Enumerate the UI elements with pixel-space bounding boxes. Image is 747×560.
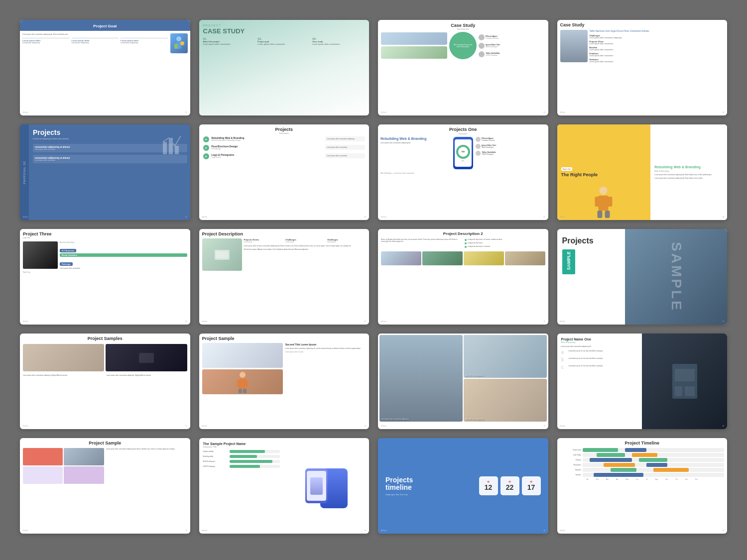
footer-page: 14	[365, 425, 366, 427]
desc-right: Lorem ipsum dolor consectetur adipiscing…	[107, 374, 187, 376]
footer-brand: WeTech	[381, 321, 386, 323]
slide-project-description[interactable]: Project Description Projects ClientsLore…	[199, 229, 370, 325]
footer-page: 04	[723, 112, 724, 113]
slide-project-sample-colorful[interactable]: Project Sample Lorem ipsum dolor consect…	[20, 438, 190, 534]
svg-rect-9	[595, 197, 600, 207]
month-jul: Jul	[646, 478, 648, 480]
svg-rect-22	[675, 369, 695, 381]
footer-brand: WeTech	[381, 425, 386, 427]
item-right: Lorem ipsum dolor consectetur adipiscing	[325, 136, 365, 141]
slide-project-samples[interactable]: Project Samples Lorem ipsum dolor consec…	[20, 334, 190, 429]
slide-title: Project Samples	[20, 334, 190, 342]
row-label-2: Case Study	[560, 454, 581, 456]
footer-brand: WeTech	[23, 112, 28, 113]
abc-c-text: consectetur ipsum for dur ante Jant Nam …	[569, 365, 638, 367]
slide-projects-blue[interactable]: PROPOSAL OF Projects Content are adipisc…	[20, 124, 190, 220]
slide-case-study-photos[interactable]: Case Study Title & Sub-Title We Creating…	[378, 20, 548, 115]
footer-page: 01	[185, 112, 187, 113]
slide-title: Projects One	[378, 124, 548, 133]
slide-project-goal[interactable]: Project Goal Lorem ipsum dolor consectet…	[20, 20, 190, 115]
svg-rect-17	[237, 380, 241, 387]
bar-6a	[594, 473, 643, 477]
person-image	[202, 369, 283, 394]
extra-text: Lorem ipsum dolor sit amet	[285, 351, 366, 353]
month-feb: Feb	[596, 478, 599, 480]
slide-sub: Web & Branding	[561, 341, 638, 343]
row-label-4: Description	[560, 464, 581, 466]
slide-case-study-building[interactable]: Case Study Tafko Naciones Sunt AugusTucc…	[557, 20, 728, 115]
slide-project-three[interactable]: Project Three Little Title Business Bran…	[20, 229, 190, 325]
slide-photo-grid[interactable]: Lorem ipsum dolor consectetur adipiscing…	[378, 334, 548, 429]
left-text: Illumor sit Nispali nulla facilisi vel a…	[381, 238, 462, 248]
badge-3: Redesign	[60, 262, 73, 266]
slide-desc: Lorem ipsum dolor consectetur adipiscing…	[22, 33, 168, 35]
calendar-2: 📅 22	[500, 476, 519, 495]
footer-page: 15	[543, 425, 545, 427]
footer-page: 18	[365, 530, 366, 532]
section-desc: Lorem ipsum dolor consectetur adipiscing…	[654, 174, 723, 176]
footer-page: 17	[185, 530, 187, 532]
slide-projects-sample[interactable]: SAMPLE Projects SAMPLE WeTech 12	[557, 229, 728, 325]
section-sub: Web & Branding	[654, 170, 723, 172]
slides-grid: Project Goal Lorem ipsum dolor consectet…	[20, 20, 727, 534]
footer-page: 09	[185, 321, 187, 323]
color-photo-4	[64, 466, 104, 484]
footer-brand: WeTech	[23, 425, 28, 427]
slide-quote: Tafko Naciones Sunt AugusTucca Putos Car…	[590, 30, 725, 32]
skill-bar-1	[230, 450, 265, 453]
slide-projects-timeline-calendar[interactable]: Projectstimeline Subproject Title First …	[378, 438, 548, 534]
footer-brand: WeTech	[560, 216, 566, 218]
bar-3b	[639, 458, 667, 462]
slide-project-name-one[interactable]: Project Name One Web & Branding Lorem ip…	[557, 334, 728, 429]
slide-super: PROJECT	[203, 24, 366, 27]
headline: The Right People	[561, 172, 647, 178]
month-dec: Dec	[695, 478, 698, 480]
bar-5a	[611, 468, 636, 472]
footer-brand: WeTech	[23, 530, 28, 532]
svg-rect-6	[175, 146, 179, 154]
slide-projects-list[interactable]: Projects Sub-projects ● Rebuilding Web &…	[199, 124, 370, 220]
abc-c: c	[561, 365, 567, 370]
style-tag: Style Tag	[20, 270, 190, 274]
slide-project-description-2[interactable]: Project Description 2 Illumor sit Nispal…	[378, 229, 548, 325]
month-mar: Mar	[606, 478, 609, 480]
abc-a-text: consectetur ipsum for dur ante Jant Nam …	[569, 350, 638, 352]
step-2: 02. Project goal Lorem ipsum dolor conse…	[257, 37, 310, 45]
slide-case-study-green[interactable]: PROJECT CASE STUDY 01. About the project…	[199, 20, 370, 115]
svg-rect-18	[245, 380, 248, 387]
footer-brand: WeTech	[381, 216, 386, 218]
badge-1: ICT Business	[60, 249, 76, 252]
photo-1	[23, 344, 104, 371]
slide-title: Projects	[199, 124, 370, 132]
footer-page: 20	[723, 530, 724, 532]
footer-brand: WeTech	[202, 321, 208, 323]
photo-3: apart Jant Lorem adipiscing	[464, 379, 547, 422]
person-illustration	[593, 186, 615, 218]
footer-brand: WeTech	[23, 216, 28, 218]
month-jun: Jun	[636, 478, 638, 480]
month-apr: Apr	[616, 478, 619, 480]
slide-projects-one-branding[interactable]: Right Job The Right People	[557, 124, 728, 220]
business-label: Business Branding	[60, 241, 187, 243]
slide-project-sample-room[interactable]: Project Sample	[199, 334, 370, 429]
slide-title: Project Description	[199, 229, 370, 237]
slide-project-timeline-gantt[interactable]: Project Timeline Project Goal Case Study	[557, 438, 728, 534]
abc-b-text: consectetur ipsum for dur ante Jant Nam …	[569, 357, 638, 359]
slide-title: Project Description 2	[378, 229, 548, 237]
abc-b: b	[561, 357, 567, 362]
row-label-6: Timeline	[560, 474, 581, 476]
skill-bar-2	[230, 455, 257, 458]
month-nov: Nov	[685, 478, 688, 480]
bar-3a	[590, 458, 632, 462]
svg-rect-2	[174, 44, 178, 49]
skill-label-3: Web Development	[203, 460, 228, 462]
slide-sample-project-name[interactable]: The Sample Project Name Subproject Title…	[199, 438, 370, 534]
bullet-3: ut alqi porta Jant sacra, vel sacras	[468, 245, 491, 248]
slide-projects-one[interactable]: Projects One Sub-project Rebuilding Web …	[378, 124, 548, 220]
footer-page: 12	[723, 321, 724, 323]
color-photo-1	[23, 448, 63, 465]
skill-label-2: Branding ability	[203, 455, 228, 457]
step-1: 01. About the project Lorem ipsum dolor …	[203, 37, 256, 45]
step-3: 03. Case study Lorem ipsum dolor consect…	[312, 37, 365, 45]
abc-a: a	[561, 350, 567, 355]
